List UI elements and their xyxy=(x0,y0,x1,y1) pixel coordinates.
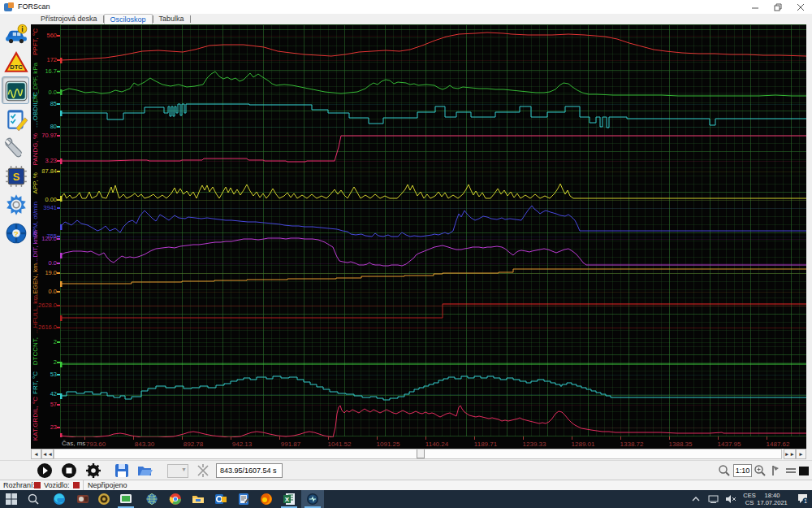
excel-icon: X xyxy=(283,493,296,506)
taskbar-app-gold-button[interactable] xyxy=(93,490,115,508)
trace-PANDG xyxy=(60,136,806,162)
channel-max-PPFT: 560 xyxy=(46,32,57,39)
x-tick-label: 1487.62 xyxy=(767,441,790,448)
trace-KATGRDIL xyxy=(60,406,806,437)
svg-text:S: S xyxy=(13,171,20,183)
trace-DPDPF xyxy=(60,72,806,96)
marker-pin-icon[interactable] xyxy=(770,464,786,480)
scroll-right-icon[interactable]: ► xyxy=(796,449,806,459)
x-tick xyxy=(279,436,280,440)
open-button[interactable] xyxy=(136,462,153,479)
interface-label: Rozhraní: xyxy=(3,481,35,489)
tray-network-icon[interactable] xyxy=(708,494,719,504)
channel-name-KATGRDIL: KAT.GRDIL, °C xyxy=(32,397,39,441)
channel-min-FRT: 42 xyxy=(50,390,57,397)
x-tick-label: 1091.25 xyxy=(377,441,400,448)
search-icon xyxy=(27,493,40,506)
cursor-HFULL xyxy=(60,315,63,321)
scrollbar-thumb[interactable] xyxy=(417,449,425,458)
tray-volume-muted-icon[interactable] xyxy=(725,494,736,504)
sidebar-vehicle-info-button[interactable]: i xyxy=(2,20,29,47)
cursor-DTCCNT xyxy=(60,362,63,367)
cursor-PANDG xyxy=(60,158,63,164)
titlebar: FORScan xyxy=(0,0,812,14)
play-button[interactable] xyxy=(37,462,53,479)
oscilloscope-icon xyxy=(4,79,28,103)
channel-label-column: PPFT, °C560172DP_DPF, kPa16.70.0....OBDI… xyxy=(31,24,60,436)
signal-dropdown[interactable]: ▼ xyxy=(167,464,188,478)
restore-button[interactable] xyxy=(767,0,789,14)
sidebar-oscilloscope-button[interactable] xyxy=(2,76,29,104)
x-tick xyxy=(377,436,378,440)
vehicle-label: Vozidlo: xyxy=(44,481,70,489)
tab-table[interactable]: Tabulka xyxy=(153,14,190,24)
solid-view-icon[interactable] xyxy=(797,464,812,480)
zoom-ratio-field[interactable]: 1:10 xyxy=(733,464,752,477)
x-tick xyxy=(572,436,572,440)
x-tick xyxy=(767,436,767,440)
tray-chevron-icon[interactable] xyxy=(692,496,700,502)
channel-max-APP: 87.84 xyxy=(41,167,57,175)
sidebar-service-button[interactable] xyxy=(2,133,29,161)
tab-dashboard[interactable]: Přístrojová deska xyxy=(35,14,103,24)
sidebar-help-button[interactable]: ? xyxy=(2,219,29,246)
channel-name-APP: APP, % xyxy=(32,172,39,194)
taskbar-explorer-button[interactable] xyxy=(187,490,209,508)
taskbar-app-display-button[interactable] xyxy=(114,490,137,508)
connection-status: Nepřipojeno xyxy=(88,481,127,489)
channel-min-DPDPF: 0.0 xyxy=(49,89,57,96)
vehicle-status-indicator xyxy=(73,482,80,488)
sidebar-configuration-button[interactable]: S xyxy=(2,162,29,189)
x-tick xyxy=(182,436,183,440)
tray-clock[interactable]: 18:4017.07.2021 xyxy=(755,492,789,506)
sidebar-settings-button[interactable] xyxy=(2,190,29,218)
dtc-icon: DTC xyxy=(4,50,28,75)
taskbar-edge-button[interactable] xyxy=(48,490,71,508)
scope-plot[interactable] xyxy=(60,24,806,436)
minimize-button[interactable] xyxy=(744,0,767,14)
app-display-icon xyxy=(119,493,132,506)
taskbar-forscan-button[interactable] xyxy=(301,490,324,508)
channel-max-DPDPF: 16.7 xyxy=(45,67,57,75)
close-button[interactable] xyxy=(789,0,812,14)
channel-name-PPFT: PPFT, °C xyxy=(32,28,39,55)
taskbar-excel-button[interactable]: X xyxy=(278,490,300,508)
stop-button[interactable] xyxy=(61,462,77,479)
cut-button[interactable] xyxy=(195,462,211,479)
taskbar-search-button[interactable] xyxy=(22,490,45,508)
taskbar-firefox-button[interactable] xyxy=(255,490,278,508)
scroll-right-fast-icon[interactable]: ►► xyxy=(784,449,796,459)
sidebar-tests-button[interactable] xyxy=(2,105,29,132)
x-tick-label: 942.13 xyxy=(232,441,252,448)
record-settings-button[interactable] xyxy=(85,462,102,479)
x-tick-label: 1289.01 xyxy=(572,441,595,448)
x-axis-strip: Čas, ms 793.60843.30892.78942.13991.8710… xyxy=(60,436,806,449)
horizontal-scrollbar[interactable]: ◄ ◄◄ ►► ► xyxy=(31,449,806,460)
channel-min-DIT: 0.0 xyxy=(49,259,57,267)
scrollbar-track[interactable] xyxy=(54,449,782,459)
scroll-left-icon[interactable]: ◄ xyxy=(31,449,41,459)
zoom-out-icon[interactable] xyxy=(718,464,734,480)
scroll-left-fast-icon[interactable]: ◄◄ xyxy=(41,449,54,459)
x-tick-label: 843.30 xyxy=(135,441,154,448)
taskbar-notes-button[interactable] xyxy=(232,490,255,508)
start-icon xyxy=(5,493,18,506)
taskbar-outlook-button[interactable] xyxy=(209,490,232,508)
service-icon xyxy=(4,136,28,160)
tab-oscilloscope[interactable]: Osciloskop xyxy=(104,14,153,24)
taskbar-app-globe-button[interactable] xyxy=(140,490,163,508)
taskbar-chrome-button[interactable] xyxy=(164,490,187,508)
time-position-field[interactable]: 843.95/1607.54 s xyxy=(216,463,283,478)
app-icon xyxy=(4,2,14,12)
trace-OBDII xyxy=(60,104,806,128)
taskbar-start-button[interactable] xyxy=(0,490,23,508)
sidebar-dtc-button[interactable]: DTC xyxy=(2,48,29,76)
channel-max-HFULL: 2628.0 xyxy=(38,302,57,309)
tray-notification-icon[interactable]: 1 xyxy=(797,493,809,504)
help-icon: ? xyxy=(4,221,28,245)
zoom-in-icon[interactable] xyxy=(754,464,770,480)
taskbar-app-brown-button[interactable] xyxy=(71,490,94,508)
save-button[interactable] xyxy=(114,462,130,479)
trace-EGEN xyxy=(60,269,806,284)
oscilloscope-panel: PPFT, °C560172DP_DPF, kPa16.70.0....OBDI… xyxy=(31,24,806,449)
